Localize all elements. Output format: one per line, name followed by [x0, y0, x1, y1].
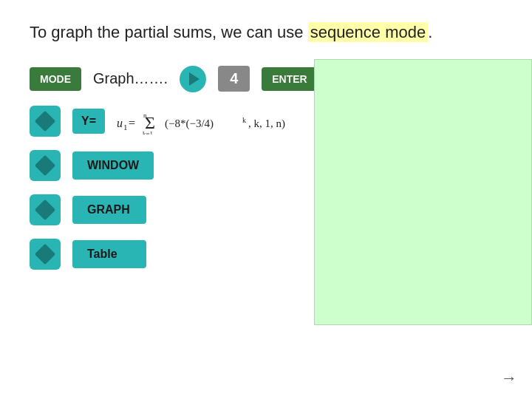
nav-arrow-icon: [189, 72, 200, 86]
green-display-panel: [314, 59, 532, 325]
diamond-icon-2: [35, 154, 55, 175]
enter-button-1[interactable]: ENTER: [262, 67, 317, 91]
y-equals-button[interactable]: Y=: [72, 109, 105, 134]
diamond-button-2[interactable]: [30, 150, 61, 181]
diamond-icon-4: [35, 243, 55, 264]
svg-text:n: n: [143, 112, 147, 119]
title-text: To graph the partial sums, we can use se…: [30, 22, 502, 44]
graph-button[interactable]: GRAPH: [72, 196, 146, 224]
nav-arrow-button[interactable]: [180, 66, 206, 92]
mode-button[interactable]: MODE: [30, 67, 81, 91]
title-after: .: [428, 23, 432, 41]
svg-text:u: u: [117, 117, 123, 129]
next-arrow[interactable]: →: [501, 369, 517, 388]
window-button[interactable]: WINDOW: [72, 151, 154, 180]
diamond-icon-3: [35, 199, 55, 219]
graph-label: Graph…….: [93, 70, 168, 87]
svg-text:, k, 1, n): , k, 1, n): [248, 117, 285, 130]
table-button[interactable]: Table: [72, 240, 146, 268]
svg-text:k: k: [242, 116, 246, 124]
number-4-button[interactable]: 4: [218, 66, 250, 92]
title-highlight: sequence mode: [308, 22, 429, 42]
svg-text:k=1: k=1: [143, 130, 153, 134]
svg-text:(−8*(−3/4): (−8*(−3/4): [165, 117, 214, 130]
diamond-icon-1: [35, 110, 55, 131]
diamond-button-3[interactable]: [30, 194, 61, 225]
diamond-button-1[interactable]: [30, 106, 61, 137]
title-before: To graph the partial sums, we can use: [30, 23, 308, 41]
svg-text:1: 1: [123, 123, 128, 132]
diamond-button-4[interactable]: [30, 239, 61, 270]
svg-text:=: =: [129, 117, 135, 129]
formula-svg: u 1 = Σ n k=1 (−8*(−3/4) k , k, 1, n): [117, 108, 346, 134]
